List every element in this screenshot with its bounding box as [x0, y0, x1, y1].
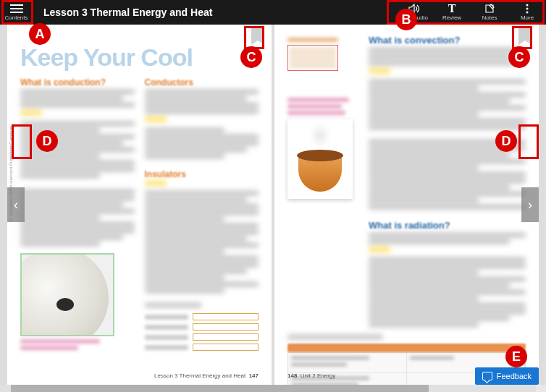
hamburger-icon [10, 4, 23, 13]
page-title: Keep Your Cool [20, 43, 259, 72]
prev-page-button[interactable]: ‹ [7, 187, 25, 222]
next-page-button[interactable]: › [521, 187, 539, 222]
lesson-title: Lesson 3 Thermal Energy and Heat [43, 7, 212, 18]
page-viewport: © Houghton Mifflin Harcourt Publishing C… [0, 25, 546, 385]
toolbar-right: Play Audio T Review Notes More [395, 0, 546, 25]
notes-button[interactable]: Notes [471, 0, 508, 25]
chat-icon [482, 372, 492, 380]
side-caption [287, 38, 360, 42]
thumb-box [287, 45, 338, 71]
section-heading: What is convection? [369, 35, 526, 46]
feedback-button[interactable]: Feedback [475, 367, 539, 385]
body-text [369, 233, 526, 328]
page-footer: Lesson 3 Thermal Energy and Heat 147 [154, 372, 259, 379]
speaker-icon [408, 4, 420, 14]
section-heading: What is radiation? [369, 220, 526, 231]
body-text [145, 90, 259, 158]
bookmark-left[interactable] [251, 27, 264, 45]
play-audio-button[interactable]: Play Audio [395, 0, 433, 25]
edit-icon [484, 4, 495, 14]
body-text [145, 179, 259, 294]
svg-point-1 [526, 8, 529, 10]
svg-point-2 [526, 12, 529, 14]
body-text [369, 48, 526, 209]
more-button[interactable]: More [508, 0, 546, 25]
section-heading: What is conduction? [20, 77, 135, 88]
chevron-right-icon: › [528, 197, 532, 213]
page-footer: 148 Unit 2 Energy [287, 372, 335, 379]
figure-caption [287, 335, 526, 339]
more-icon [521, 4, 533, 14]
contents-label: Contents [4, 14, 28, 21]
photo-toilet-roll [20, 253, 114, 336]
scrollbar-horizontal[interactable] [0, 385, 536, 392]
chevron-left-icon: ‹ [14, 197, 18, 213]
photo-caption [20, 339, 135, 350]
contents-button[interactable]: Contents [0, 0, 33, 25]
body-text [20, 90, 135, 246]
top-toolbar: Contents Lesson 3 Thermal Energy and Hea… [0, 0, 546, 25]
left-page: © Houghton Mifflin Harcourt Publishing C… [7, 25, 272, 385]
right-page: What is convection? What is radiation? [274, 25, 539, 385]
text-icon: T [446, 4, 458, 14]
review-button[interactable]: T Review [433, 0, 471, 25]
svg-point-0 [526, 4, 529, 7]
photo-cup [287, 119, 353, 199]
small-table [145, 312, 259, 352]
side-caption [287, 98, 360, 115]
section-heading: Conductors [145, 77, 259, 88]
figure-caption [145, 303, 259, 307]
section-heading: Insulators [145, 169, 259, 179]
